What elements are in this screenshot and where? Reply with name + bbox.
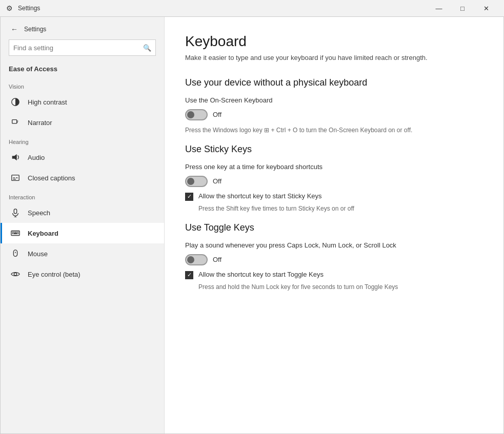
toggle-keys-label: Play a sound whenever you press Caps Loc… (185, 241, 483, 249)
narrator-icon (10, 117, 21, 128)
audio-label: Audio (28, 154, 45, 161)
back-button[interactable]: ← (9, 23, 20, 35)
section-interaction-label: Interaction (1, 188, 164, 202)
app-container: ← Settings 🔍 Ease of Access Vision High … (0, 16, 504, 434)
toggle-keys-heading: Use Toggle Keys (185, 222, 483, 233)
section-vision-label: Vision (1, 77, 164, 92)
on-screen-label: Use the On-Screen Keyboard (185, 96, 483, 104)
on-screen-toggle-state: Off (213, 111, 221, 118)
section-sticky-keys: Use Sticky Keys Press one key at a time … (185, 144, 483, 213)
svg-rect-7 (14, 209, 16, 214)
search-input[interactable] (13, 44, 143, 52)
on-screen-toggle-row: Off (185, 109, 483, 120)
closed-captions-label: Closed captions (28, 174, 75, 182)
svg-marker-2 (12, 154, 17, 161)
contrast-icon (10, 97, 21, 107)
sticky-keys-heading: Use Sticky Keys (185, 144, 483, 155)
captions-icon (10, 173, 21, 183)
close-button[interactable]: ✕ (474, 0, 498, 16)
sticky-keys-toggle-row: Off (185, 176, 483, 187)
maximize-button[interactable]: □ (451, 0, 474, 16)
search-box[interactable]: 🔍 (9, 39, 156, 56)
page-title: Keyboard (185, 33, 483, 50)
title-bar-title: Settings (18, 5, 40, 12)
toggle-keys-checkbox-row: Allow the shortcut key to start Toggle K… (185, 271, 483, 279)
speech-label: Speech (28, 209, 50, 217)
sticky-keys-toggle[interactable] (185, 176, 208, 187)
toggle-keys-checkbox[interactable] (185, 271, 193, 279)
title-bar: ⚙ Settings — □ ✕ (0, 0, 504, 16)
toggle-keys-hint: Press and hold the Num Lock key for five… (185, 282, 483, 292)
sticky-keys-checkbox-row: Allow the shortcut key to start Sticky K… (185, 192, 483, 201)
keyboard-icon (10, 228, 21, 238)
search-icon: 🔍 (143, 44, 151, 52)
sticky-keys-checkbox-label: Allow the shortcut key to start Sticky K… (198, 192, 322, 200)
keyboard-label: Keyboard (28, 230, 58, 237)
section-toggle-keys: Use Toggle Keys Play a sound whenever yo… (185, 222, 483, 292)
minimize-button[interactable]: — (427, 0, 451, 16)
sidebar-item-audio[interactable]: Audio (1, 147, 164, 168)
sticky-keys-hint: Press the Shift key five times to turn S… (185, 204, 483, 213)
toggle-keys-checkbox-label: Allow the shortcut key to start Toggle K… (198, 271, 324, 278)
toggle-keys-toggle-row: Off (185, 254, 483, 265)
page-subtitle: Make it easier to type and use your keyb… (185, 53, 483, 63)
sidebar-item-keyboard[interactable]: Keyboard (1, 223, 164, 243)
svg-rect-1 (12, 120, 17, 123)
sidebar-title: Settings (24, 26, 46, 33)
audio-icon (10, 152, 21, 162)
toggle-keys-toggle-state: Off (213, 256, 221, 263)
category-label: Ease of Access (9, 65, 57, 73)
sidebar-item-eye-control[interactable]: Eye control (beta) (1, 264, 164, 284)
svg-point-21 (14, 273, 16, 275)
sticky-keys-toggle-state: Off (213, 177, 221, 185)
sidebar-item-high-contrast[interactable]: High contrast (1, 92, 164, 112)
mouse-label: Mouse (28, 250, 48, 258)
on-screen-heading: Use your device without a physical keybo… (185, 77, 483, 88)
high-contrast-label: High contrast (28, 98, 67, 106)
on-screen-toggle[interactable] (185, 109, 208, 120)
toggle-keys-toggle[interactable] (185, 254, 208, 265)
svg-rect-3 (12, 175, 19, 181)
sidebar-item-speech[interactable]: Speech (1, 202, 164, 223)
on-screen-hint: Press the Windows logo key ⊞ + Ctrl + O … (185, 126, 483, 135)
settings-icon: ⚙ (6, 4, 13, 12)
sidebar-item-closed-captions[interactable]: Closed captions (1, 168, 164, 188)
section-hearing-label: Hearing (1, 133, 164, 147)
eye-icon (10, 269, 21, 279)
sticky-keys-label: Press one key at a time for keyboard sho… (185, 163, 483, 171)
main-content: Keyboard Make it easier to type and use … (165, 17, 503, 433)
speech-icon (10, 208, 21, 218)
section-on-screen-keyboard: Use your device without a physical keybo… (185, 77, 483, 135)
narrator-label: Narrator (28, 119, 52, 127)
sidebar: ← Settings 🔍 Ease of Access Vision High … (1, 17, 165, 433)
sidebar-item-narrator[interactable]: Narrator (1, 112, 164, 133)
sticky-keys-checkbox[interactable] (185, 193, 193, 201)
eye-control-label: Eye control (beta) (28, 271, 80, 278)
mouse-icon (10, 249, 21, 259)
sidebar-item-mouse[interactable]: Mouse (1, 243, 164, 264)
